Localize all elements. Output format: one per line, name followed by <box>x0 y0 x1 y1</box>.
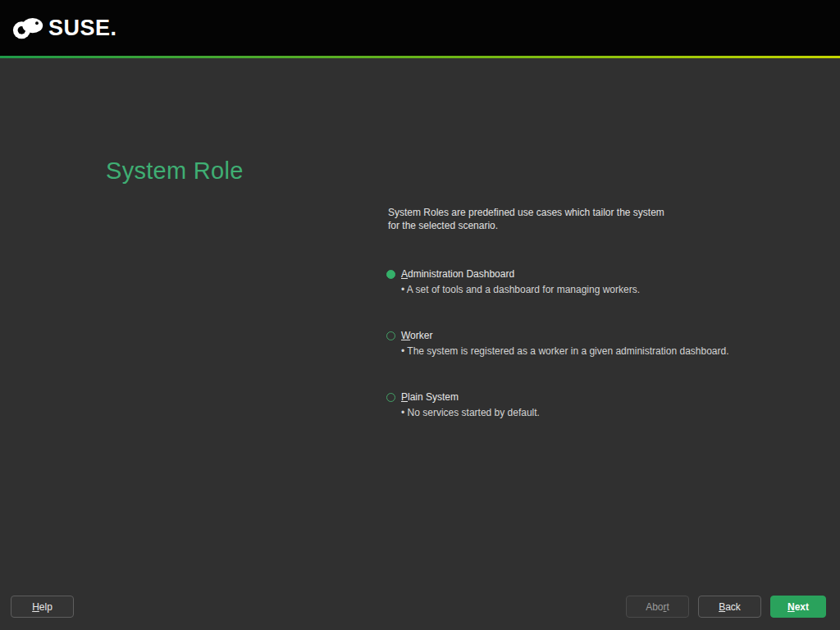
radio-unselected-icon[interactable] <box>386 331 395 340</box>
role-option-plain-system: Plain System • No services started by de… <box>388 391 765 419</box>
header-accent-line <box>0 56 840 58</box>
wizard-button-bar: Help Abort Back Next <box>0 596 840 618</box>
role-description: • The system is registered as a worker i… <box>401 345 765 358</box>
help-button[interactable]: Help <box>11 596 74 618</box>
app-header: SUSE. <box>0 0 840 56</box>
suse-chameleon-icon <box>11 13 45 43</box>
role-description: • A set of tools and a dashboard for man… <box>401 283 765 296</box>
radio-plain-system[interactable]: Plain System <box>388 391 765 403</box>
suse-logo: SUSE. <box>11 13 117 43</box>
intro-line-2: for the selected scenario. <box>388 220 498 231</box>
page-title: System Role <box>106 158 244 185</box>
role-label: Administration Dashboard <box>401 268 514 280</box>
next-button[interactable]: Next <box>770 596 826 618</box>
wizard-nav-buttons: Abort Back Next <box>626 596 826 618</box>
role-selection-panel: System Roles are predefined use cases wh… <box>388 206 765 453</box>
radio-administration-dashboard[interactable]: Administration Dashboard <box>388 268 765 280</box>
intro-line-1: System Roles are predefined use cases wh… <box>388 207 664 218</box>
brand-wordmark: SUSE. <box>48 16 117 41</box>
role-description: • No services started by default. <box>401 406 765 419</box>
back-button[interactable]: Back <box>698 596 761 618</box>
role-label: Worker <box>401 330 432 341</box>
role-option-worker: Worker • The system is registered as a w… <box>388 330 765 358</box>
radio-selected-icon[interactable] <box>386 270 395 279</box>
role-label: Plain System <box>401 391 459 403</box>
role-option-administration-dashboard: Administration Dashboard • A set of tool… <box>388 268 765 296</box>
abort-button[interactable]: Abort <box>626 596 689 618</box>
radio-worker[interactable]: Worker <box>388 330 765 341</box>
radio-unselected-icon[interactable] <box>386 393 395 402</box>
intro-text: System Roles are predefined use cases wh… <box>388 206 765 232</box>
